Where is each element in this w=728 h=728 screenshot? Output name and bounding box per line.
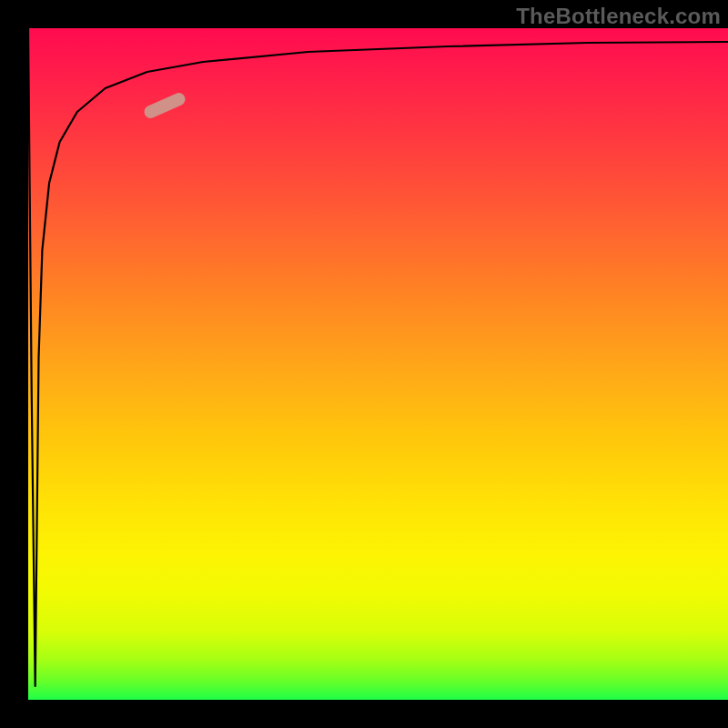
curve-layer [28,28,728,700]
curve-marker [142,91,187,120]
series-curve [28,28,728,686]
chart-stage: TheBottleneck.com [0,0,728,728]
attribution-text: TheBottleneck.com [516,4,721,29]
